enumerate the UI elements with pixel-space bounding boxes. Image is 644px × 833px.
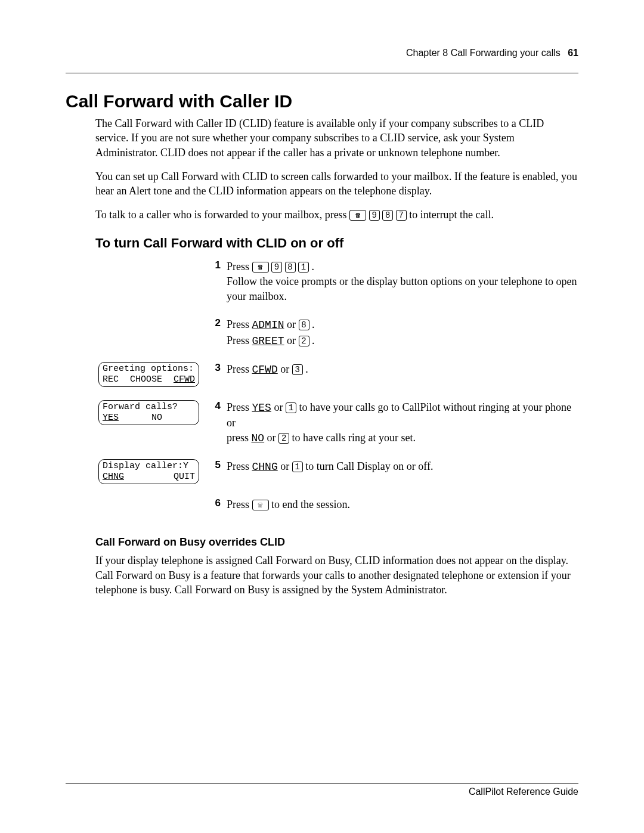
lcd-line1: Greeting options:	[103, 364, 195, 374]
step-number: 3	[203, 362, 227, 374]
softkey-greet: GREET	[252, 335, 284, 347]
digit-key: 1	[286, 402, 296, 413]
chapter-label: Chapter 8 Call Forwarding your calls	[406, 48, 561, 58]
digit-key: 2	[299, 336, 309, 346]
running-header: Chapter 8 Call Forwarding your calls 61	[66, 48, 578, 58]
step-number: 5	[203, 459, 227, 471]
step-row: Greeting options: REC CHOOSE CFWD 3 Pres…	[98, 362, 578, 387]
digit-key: 2	[278, 433, 289, 444]
step-text: Press YES or 1 to have your calls go to …	[227, 400, 578, 447]
step-text: Press ☎ 9 8 1 . Follow the voice prompts…	[227, 259, 578, 305]
lcd-softkey: NO	[151, 413, 162, 423]
lcd-softkey: REC	[103, 374, 119, 385]
softkey-chng: CHNG	[252, 461, 278, 473]
phone-display: Forward calls? YES NO	[98, 400, 199, 425]
step-text: Press CFWD or 3 .	[227, 362, 578, 377]
digit-key: 7	[396, 210, 407, 221]
lcd-softkey: CHOOSE	[130, 374, 162, 385]
digit-key: 1	[292, 462, 303, 472]
lcd-line1: Forward calls?	[103, 402, 195, 413]
text: To talk to a caller who is forwarded to …	[95, 209, 349, 221]
lcd-softkey: QUIT	[174, 472, 195, 482]
step-row: 2 Press ADMIN or 8 . Press GREET or 2 .	[98, 317, 578, 348]
digit-key: 9	[271, 262, 282, 272]
text: to interrupt the call.	[409, 209, 494, 221]
digit-key: 8	[299, 320, 309, 330]
digit-key: 8	[285, 262, 296, 272]
step-number: 4	[203, 400, 227, 412]
softkey-yes: YES	[252, 402, 271, 414]
subsection-para: If your display telephone is assigned Ca…	[95, 553, 578, 597]
section-title: Call Forward with Caller ID	[66, 91, 578, 112]
digit-key: 8	[382, 210, 393, 221]
step-number: 6	[203, 497, 227, 509]
lcd-softkey: YES	[103, 413, 119, 423]
footer: CallPilot Reference Guide	[66, 784, 578, 797]
step-row: Forward calls? YES NO 4 Press YES or 1 t…	[98, 400, 578, 447]
footer-rule	[66, 784, 578, 784]
footer-text: CallPilot Reference Guide	[66, 786, 578, 797]
header-rule	[66, 73, 578, 73]
lcd-line1: Display caller:Y	[103, 461, 195, 472]
intro-para-3: To talk to a caller who is forwarded to …	[95, 208, 578, 222]
phone-display: Display caller:Y CHNG QUIT	[98, 459, 199, 484]
step-number: 1	[203, 259, 227, 271]
digit-key: 1	[298, 262, 309, 272]
softkey-cfwd: CFWD	[252, 364, 278, 376]
phone-display: Greeting options: REC CHOOSE CFWD	[98, 362, 199, 387]
step-row: 6 Press ☏ to end the session.	[98, 497, 578, 512]
lcd-softkey: CHNG	[103, 472, 124, 482]
procedure-title: To turn Call Forward with CLID on or off	[95, 236, 578, 251]
intro-para-1: The Call Forward with Caller ID (CLID) f…	[95, 116, 578, 160]
page: Chapter 8 Call Forwarding your calls 61 …	[0, 0, 644, 833]
step-text: Press ☏ to end the session.	[227, 497, 578, 512]
steps-list: 1 Press ☎ 9 8 1 . Follow the voice promp…	[98, 259, 578, 513]
step-row: Display caller:Y CHNG QUIT 5 Press CHNG …	[98, 459, 578, 484]
digit-key: 3	[292, 364, 303, 375]
digit-key: 9	[369, 210, 380, 221]
release-key-icon: ☏	[252, 500, 269, 510]
softkey-no: NO	[252, 432, 265, 444]
softkey-admin: ADMIN	[252, 319, 284, 331]
lcd-softkey: CFWD	[174, 374, 195, 385]
step-text: Press CHNG or 1 to turn Call Display on …	[227, 459, 578, 475]
subsection-title: Call Forward on Busy overrides CLID	[95, 536, 578, 549]
intro-para-2: You can set up Call Forward with CLID to…	[95, 169, 578, 199]
feature-key-icon: ☎	[349, 210, 366, 221]
step-number: 2	[203, 317, 227, 329]
step-text: Press ADMIN or 8 . Press GREET or 2 .	[227, 317, 578, 348]
feature-key-icon: ☎	[252, 262, 269, 272]
page-number: 61	[568, 48, 578, 58]
step-row: 1 Press ☎ 9 8 1 . Follow the voice promp…	[98, 259, 578, 305]
